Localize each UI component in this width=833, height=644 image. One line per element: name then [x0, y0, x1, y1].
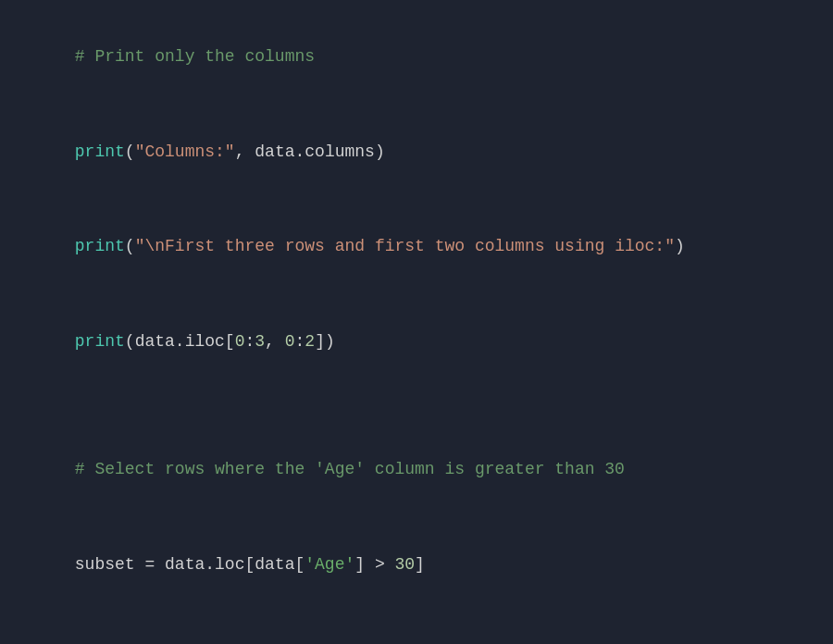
token-number: 2 [305, 332, 315, 351]
token-number: 0 [235, 332, 245, 351]
token-comment: # Select rows where the 'Age' column is … [75, 460, 625, 478]
token-plain: ] [415, 555, 425, 574]
token-plain: , [265, 332, 285, 351]
token-string-green: 'Age' [305, 555, 354, 574]
code-line-6: # Select rows where the 'Age' column is … [0, 422, 833, 517]
token-comment: # Print only the columns [75, 47, 315, 66]
token-plain: (data.iloc[ [125, 332, 235, 351]
token-plain: : [244, 332, 255, 351]
code-line-1: # Print only the columns [0, 9, 833, 105]
code-line-2: print("Columns:", data.columns) [0, 105, 833, 200]
token-plain: ( [125, 142, 135, 161]
code-line-8: print(subset) [0, 612, 833, 644]
code-editor: # Print only the columns print("Columns:… [0, 0, 833, 644]
token-keyword: print [75, 142, 125, 161]
token-plain: ] > [354, 555, 394, 574]
token-plain: : [295, 332, 305, 351]
token-keyword: print [75, 237, 125, 255]
token-plain: subset = data.loc[data[ [75, 555, 305, 574]
token-plain: ) [675, 237, 685, 255]
code-line-3: print("\nFirst three rows and first two … [0, 199, 833, 294]
code-line-7: subset = data.loc[data['Age'] > 30] [0, 517, 833, 613]
token-plain: , data.columns) [235, 142, 385, 161]
token-number: 0 [285, 332, 295, 351]
token-number: 3 [255, 332, 265, 351]
token-plain: ]) [315, 332, 335, 351]
token-string: "\nFirst three rows and first two column… [135, 237, 675, 255]
token-keyword: print [75, 332, 125, 351]
token-plain: ( [125, 237, 135, 255]
token-number: 30 [395, 555, 416, 574]
code-line-5 [0, 389, 833, 422]
code-line-4: print(data.iloc[0:3, 0:2]) [0, 294, 833, 390]
token-string: "Columns:" [135, 142, 235, 161]
